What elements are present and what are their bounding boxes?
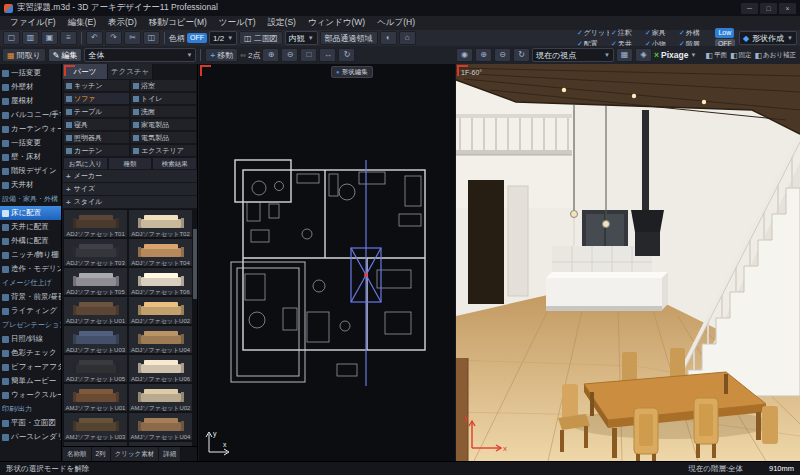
floor-plan-view[interactable]: ● 形状編集 [199, 64, 455, 461]
edit-mode-button[interactable]: ✎ 編集 [48, 48, 83, 62]
camera-tool-button[interactable]: ◧ あおり補正 [754, 51, 796, 60]
sidebar-item[interactable]: 一括変更 [0, 66, 61, 80]
menu-item[interactable]: 設定(S) [262, 17, 302, 29]
pin-view-button[interactable]: ◈ [635, 48, 652, 62]
open-file-button[interactable]: ▥ [22, 31, 39, 45]
camera-tool-button[interactable]: ◧ 平面 [705, 51, 727, 60]
parts-footer-button[interactable]: 名称順 [63, 447, 92, 461]
interior-view-dropdown[interactable]: 内観 ▼ [285, 31, 318, 45]
sidebar-item[interactable]: 一括変更 [0, 136, 61, 150]
parts-footer-button[interactable]: クリック素材 [111, 447, 160, 461]
zoom-out-3d-button[interactable]: ⊖ [494, 48, 511, 62]
parts-category[interactable]: 照明器具 [63, 131, 130, 144]
menu-item[interactable]: ウィンドウ(W) [302, 17, 371, 29]
pan-button[interactable]: ↔ [319, 48, 336, 62]
move-tool-button[interactable]: + 移動 [205, 48, 238, 62]
sidebar-item[interactable]: 外構に配置 [0, 234, 61, 248]
sidebar-item[interactable]: 壁・床材 [0, 150, 61, 164]
sidebar-item[interactable]: 天井材 [0, 178, 61, 192]
parts-filter-tab[interactable]: 種類 [108, 157, 153, 170]
sidebar-item[interactable]: ニッチ/飾り棚 [0, 248, 61, 262]
color-pattern-toggle[interactable]: OFF [187, 33, 207, 43]
perspective-view[interactable]: y x 1F-60° [456, 64, 800, 461]
parts-thumbnail[interactable]: AMJソファセットU02 [128, 383, 193, 412]
zoom-in-3d-button[interactable]: ⊕ [475, 48, 492, 62]
sidebar-item[interactable]: 床に配置 [0, 206, 61, 220]
close-button[interactable]: × [779, 3, 796, 14]
new-file-button[interactable]: ▢ [3, 31, 20, 45]
low-quality-toggle[interactable]: Low [715, 28, 734, 38]
parts-footer-button[interactable]: 詳細 [159, 447, 181, 461]
parts-footer-button[interactable]: 2列 [92, 447, 111, 461]
sidebar-item[interactable]: イメージ仕上げ [0, 276, 61, 290]
perspective-canvas[interactable]: y x 1F-60° [456, 64, 800, 461]
parts-thumbnail[interactable]: ADJソファセットU01 [63, 296, 128, 325]
redo-button[interactable]: ↷ [105, 31, 122, 45]
sidebar-item[interactable]: 色彩チェック [0, 346, 61, 360]
parts-category[interactable]: ソファ [63, 92, 130, 105]
home-view-button[interactable]: ⌂ [399, 31, 416, 45]
sidebar-item[interactable]: 造作・モデリング [0, 262, 61, 276]
sidebar-item[interactable]: ウォークスルー [0, 388, 61, 402]
parts-thumbnail[interactable]: ADJソファセットT01 [63, 209, 128, 238]
sidebar-item[interactable]: 平面・立面図 [0, 416, 61, 430]
sidebar-item[interactable]: ビフォーアフター [0, 360, 61, 374]
parts-thumbnail[interactable]: ADJソファセットT05 [63, 267, 128, 296]
camera-tool-button[interactable]: ◧ 固定 [730, 51, 752, 60]
parts-thumbnail[interactable]: ADJソファセットU04 [128, 325, 193, 354]
sidebar-item[interactable]: 日照/斜線 [0, 332, 61, 346]
floor-plan-canvas[interactable]: y x [199, 64, 455, 461]
print-button[interactable]: ≡ [60, 31, 77, 45]
cut-button[interactable]: ✂ [124, 31, 141, 45]
menu-item[interactable]: ファイル(F) [4, 17, 62, 29]
sidebar-item[interactable]: 階段デザイン [0, 164, 61, 178]
sidebar-item[interactable]: プレゼンテーション [0, 318, 61, 332]
shading-toggle-button[interactable]: ◐ [380, 31, 397, 45]
parts-thumbnail[interactable]: AMJソファセットU01 [63, 383, 128, 412]
display-checkbox[interactable]: ✓外構 [679, 28, 711, 38]
rotate-button[interactable]: ↻ [338, 48, 355, 62]
parts-category[interactable]: 電気製品 [130, 131, 197, 144]
menu-item[interactable]: ヘルプ(H) [371, 17, 421, 29]
viewpoint-dropdown[interactable]: 現在の視点 ▼ [532, 48, 614, 62]
parts-category[interactable]: トイレ [130, 92, 197, 105]
parts-thumbnail[interactable]: ADJソファセットT06 [128, 267, 193, 296]
zoom-out-button[interactable]: ⊖ [281, 48, 298, 62]
parts-thumbnail[interactable]: ADJソファセットT03 [63, 238, 128, 267]
parts-category[interactable]: キッチン [63, 79, 130, 92]
menu-item[interactable]: 移動/コピー(M) [143, 17, 213, 29]
maximize-button[interactable]: □ [760, 3, 777, 14]
shape-create-dropdown[interactable]: ◆ 形状作成 ▼ [739, 31, 797, 45]
sidebar-item[interactable]: 設備・家具・外構 [0, 192, 61, 206]
pixage-button[interactable]: × Pixage ▼ [654, 50, 696, 60]
display-checkbox[interactable]: ✓グリッド [577, 28, 609, 38]
parts-category[interactable]: 寝具 [63, 118, 130, 131]
two-view-button[interactable]: ◫ 二面図 [239, 31, 283, 45]
madori-button[interactable]: ▦ 間取り [2, 48, 46, 62]
parts-category[interactable]: 浴室 [130, 79, 197, 92]
sidebar-item[interactable]: バルコニー/手すり [0, 108, 61, 122]
parts-thumbnail[interactable]: ADJソファセットT02 [128, 209, 193, 238]
sidebar-item[interactable]: ライティング [0, 304, 61, 318]
parts-thumbnail[interactable]: ADJソファセットU03 [63, 325, 128, 354]
parts-expander[interactable]: + スタイル [63, 196, 197, 209]
sidebar-item[interactable]: パースレンダリング [0, 430, 61, 444]
scope-dropdown[interactable]: 全体 ▼ [84, 48, 196, 62]
parts-category[interactable]: カーテン [63, 144, 130, 157]
parts-thumbnail[interactable]: ADJソファセットU06 [128, 354, 193, 383]
parts-thumbnail[interactable]: ADJソファセットU05 [63, 354, 128, 383]
parts-expander[interactable]: + メーカー [63, 170, 197, 183]
shape-edit-button[interactable]: ● 形状編集 [331, 66, 373, 78]
sidebar-item[interactable]: 外壁材 [0, 80, 61, 94]
menu-item[interactable]: 表示(D) [102, 17, 143, 29]
parts-filter-tab[interactable]: お気に入り [63, 157, 108, 170]
copy-button[interactable]: ◫ [143, 31, 160, 45]
layer-view-button[interactable]: ▦ [616, 48, 633, 62]
parts-thumbnail[interactable]: AMJソファセットU03 [63, 412, 128, 441]
parts-thumbnail[interactable]: AMJソファセットU04 [128, 412, 193, 441]
sidebar-item[interactable]: 簡単ムービー [0, 374, 61, 388]
undo-button[interactable]: ↶ [86, 31, 103, 45]
parts-category[interactable]: 洗面 [130, 105, 197, 118]
parts-tab[interactable]: パーツ [63, 64, 108, 79]
parts-tab[interactable]: テクスチャ [108, 64, 153, 79]
